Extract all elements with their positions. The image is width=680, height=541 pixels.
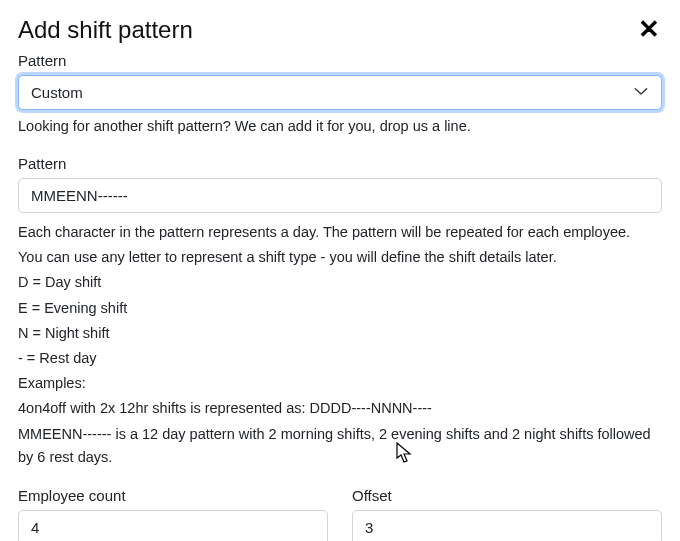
close-icon: ✕ [638, 14, 660, 44]
legend-item: D = Day shift [18, 271, 662, 294]
desc-line: Each character in the pattern represents… [18, 221, 662, 244]
close-button[interactable]: ✕ [636, 16, 662, 42]
modal-title: Add shift pattern [18, 16, 193, 44]
employee-count-col: Employee count Number of employees in th… [18, 487, 328, 541]
offset-label: Offset [352, 487, 662, 504]
count-offset-row: Employee count Number of employees in th… [18, 487, 662, 541]
example-line: MMEENN------ is a 12 day pattern with 2 … [18, 423, 662, 469]
pattern-select[interactable] [18, 75, 662, 110]
pattern-text-section: Pattern Each character in the pattern re… [18, 155, 662, 469]
legend-item: - = Rest day [18, 347, 662, 370]
examples-heading: Examples: [18, 372, 662, 395]
pattern-description: Each character in the pattern represents… [18, 221, 662, 469]
offset-col: Offset The number of days to skip before… [352, 487, 662, 541]
employee-count-input[interactable] [18, 510, 328, 541]
example-line: 4on4off with 2x 12hr shifts is represent… [18, 397, 662, 420]
employee-count-label: Employee count [18, 487, 328, 504]
legend-item: E = Evening shift [18, 297, 662, 320]
legend-item: N = Night shift [18, 322, 662, 345]
add-shift-pattern-modal: Add shift pattern ✕ Pattern Looking for … [0, 0, 680, 541]
offset-input[interactable] [352, 510, 662, 541]
pattern-select-wrapper [18, 75, 662, 110]
pattern-text-input[interactable] [18, 178, 662, 213]
desc-line: You can use any letter to represent a sh… [18, 246, 662, 269]
modal-header: Add shift pattern ✕ [18, 16, 662, 44]
pattern-select-label: Pattern [18, 52, 662, 69]
pattern-select-section: Pattern Looking for another shift patter… [18, 52, 662, 137]
pattern-select-help: Looking for another shift pattern? We ca… [18, 116, 662, 137]
pattern-text-label: Pattern [18, 155, 662, 172]
